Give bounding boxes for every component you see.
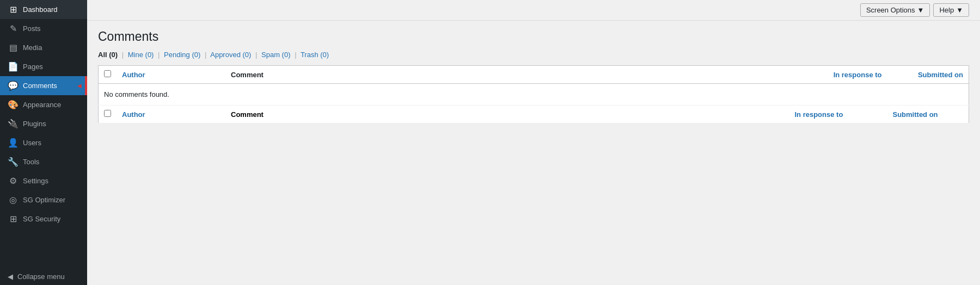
filter-all[interactable]: All (0) <box>98 51 118 59</box>
sidebar-label-users: Users <box>23 139 82 147</box>
dashboard-icon: ⊞ <box>8 4 19 15</box>
author-sort-link[interactable]: Author <box>122 71 145 79</box>
filter-bar: All (0) | Mine (0) | Pending (0) | Appro… <box>98 51 969 59</box>
footer-author-sort-link[interactable]: Author <box>122 110 145 119</box>
footer-response[interactable]: In response to <box>789 106 887 123</box>
response-sort-link[interactable]: In response to <box>834 71 882 79</box>
media-icon: ▤ <box>8 42 19 53</box>
sidebar-label-posts: Posts <box>23 24 82 33</box>
sg-security-icon: ⊞ <box>8 214 19 224</box>
sidebar-item-appearance[interactable]: 🎨 Appearance <box>0 95 87 114</box>
header-response[interactable]: In response to <box>789 66 887 84</box>
sidebar-label-appearance: Appearance <box>23 101 82 109</box>
help-chevron-icon: ▼ <box>956 6 963 14</box>
sidebar-label-settings: Settings <box>23 177 82 185</box>
header-checkbox-cell <box>99 66 117 84</box>
collapse-icon: ◀ <box>8 272 13 281</box>
tools-icon: 🔧 <box>8 157 19 167</box>
sidebar-label-pages: Pages <box>23 63 82 71</box>
collapse-label: Collapse menu <box>17 272 65 281</box>
posts-icon: ✎ <box>8 23 19 34</box>
content-area: Comments All (0) | Mine (0) | Pending (0… <box>87 21 980 285</box>
sidebar-item-tools[interactable]: 🔧 Tools <box>0 152 87 171</box>
table-footer: Author Comment In response to Submitted … <box>99 106 969 123</box>
sidebar-item-media[interactable]: ▤ Media <box>0 38 87 57</box>
filter-pending-count: (0) <box>192 51 200 59</box>
sidebar-label-sg-security: SG Security <box>23 215 82 223</box>
no-comments-message: No comments found. <box>99 84 969 106</box>
filter-approved-count: (0) <box>243 51 252 59</box>
sidebar: ⊞ Dashboard ✎ Posts ▤ Media 📄 Pages 💬 Co… <box>0 0 87 285</box>
no-comments-row: No comments found. <box>99 84 969 106</box>
footer-submitted[interactable]: Submitted on <box>887 106 969 123</box>
sidebar-item-posts[interactable]: ✎ Posts <box>0 19 87 38</box>
filter-spam-count: (0) <box>282 51 291 59</box>
footer-checkbox-cell <box>99 106 117 123</box>
submitted-sort-link[interactable]: Submitted on <box>918 71 963 79</box>
sidebar-item-dashboard[interactable]: ⊞ Dashboard <box>0 0 87 19</box>
settings-icon: ⚙ <box>8 176 19 186</box>
filter-all-count: (0) <box>109 51 118 59</box>
table-header: Author Comment In response to Submitted … <box>99 66 969 84</box>
sidebar-label-tools: Tools <box>23 158 82 166</box>
filter-mine[interactable]: Mine (0) <box>128 51 154 59</box>
table-body: No comments found. <box>99 84 969 106</box>
appearance-icon: 🎨 <box>8 100 19 110</box>
filter-trash-count: (0) <box>320 51 329 59</box>
filter-approved[interactable]: Approved (0) <box>210 51 251 59</box>
sidebar-label-media: Media <box>23 44 82 52</box>
filter-spam[interactable]: Spam (0) <box>261 51 290 59</box>
sidebar-label-plugins: Plugins <box>23 120 82 128</box>
footer-submitted-sort-link[interactable]: Submitted on <box>893 110 938 119</box>
comments-icon: 💬 <box>8 80 19 91</box>
select-all-checkbox[interactable] <box>104 70 111 77</box>
topbar: Screen Options ▼ Help ▼ <box>87 0 980 21</box>
sidebar-item-comments[interactable]: 💬 Comments ◀ <box>0 76 87 95</box>
comments-table: Author Comment In response to Submitted … <box>98 65 969 123</box>
comments-arrow-icon: ◀ <box>77 83 82 89</box>
page-title: Comments <box>98 29 969 44</box>
collapse-menu-button[interactable]: ◀ Collapse menu <box>0 268 87 285</box>
plugins-icon: 🔌 <box>8 119 19 129</box>
select-all-footer-checkbox[interactable] <box>104 110 111 117</box>
filter-mine-count: (0) <box>145 51 154 59</box>
sidebar-label-dashboard: Dashboard <box>23 5 82 14</box>
sg-optimizer-icon: ◎ <box>8 195 19 205</box>
header-submitted[interactable]: Submitted on <box>887 66 969 84</box>
sidebar-item-sg-security[interactable]: ⊞ SG Security <box>0 209 87 228</box>
help-button[interactable]: Help ▼ <box>933 3 969 17</box>
footer-comment: Comment <box>225 106 789 123</box>
sidebar-label-comments: Comments <box>23 82 73 90</box>
header-author[interactable]: Author <box>117 66 225 84</box>
sidebar-item-sg-optimizer[interactable]: ◎ SG Optimizer <box>0 190 87 209</box>
sidebar-item-settings[interactable]: ⚙ Settings <box>0 171 87 190</box>
screen-options-button[interactable]: Screen Options ▼ <box>860 3 930 17</box>
screen-options-label: Screen Options <box>866 6 915 14</box>
filter-pending[interactable]: Pending (0) <box>164 51 200 59</box>
main-content: Screen Options ▼ Help ▼ Comments All (0)… <box>87 0 980 285</box>
pages-icon: 📄 <box>8 61 19 72</box>
filter-trash[interactable]: Trash (0) <box>301 51 329 59</box>
sidebar-item-users[interactable]: 👤 Users <box>0 133 87 152</box>
header-comment: Comment <box>225 66 789 84</box>
footer-author[interactable]: Author <box>117 106 225 123</box>
sidebar-item-plugins[interactable]: 🔌 Plugins <box>0 114 87 133</box>
comments-table-wrapper: Author Comment In response to Submitted … <box>98 65 969 123</box>
footer-response-sort-link[interactable]: In response to <box>795 110 843 119</box>
users-icon: 👤 <box>8 138 19 148</box>
sidebar-label-sg-optimizer: SG Optimizer <box>23 196 82 204</box>
sidebar-item-pages[interactable]: 📄 Pages <box>0 57 87 76</box>
screen-options-chevron-icon: ▼ <box>917 6 924 14</box>
help-label: Help <box>939 6 954 14</box>
